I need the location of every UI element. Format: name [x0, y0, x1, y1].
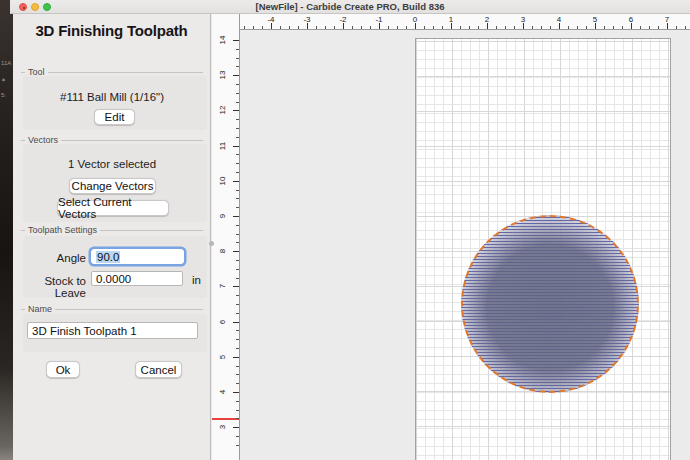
cancel-button[interactable]: Cancel	[135, 361, 182, 378]
v-ruler-tick	[233, 75, 239, 76]
h-ruler-tick	[433, 26, 434, 29]
v-ruler-tick	[236, 225, 239, 226]
h-ruler-tick	[622, 26, 623, 29]
h-ruler-tick	[505, 26, 506, 29]
h-ruler-tick	[568, 26, 569, 29]
h-ruler-tick	[649, 26, 650, 29]
v-ruler-tick	[236, 278, 239, 279]
h-ruler-tick	[415, 23, 416, 29]
v-ruler-tick	[236, 172, 239, 173]
v-ruler-label: 4	[215, 385, 229, 399]
h-ruler-tick	[604, 26, 605, 29]
v-ruler-tick	[233, 40, 239, 41]
close-button[interactable]	[19, 3, 27, 11]
h-ruler-tick	[397, 26, 398, 29]
scrollbar-dot[interactable]	[209, 241, 214, 246]
ok-button[interactable]: Ok	[46, 361, 80, 378]
v-ruler-tick	[233, 322, 239, 323]
h-ruler-tick	[631, 23, 632, 29]
h-ruler-tick	[316, 26, 317, 29]
v-ruler-tick	[233, 392, 239, 393]
toolpath-name-input[interactable]	[27, 322, 198, 339]
h-ruler-tick	[667, 23, 668, 29]
h-ruler-tick	[685, 26, 686, 29]
v-ruler-tick	[236, 436, 239, 437]
toolpath-preview-circle[interactable]	[461, 215, 639, 393]
v-ruler-tick	[233, 357, 239, 358]
angle-label: Angle	[18, 252, 86, 264]
gear-icon: ✶	[1, 76, 6, 83]
v-ruler-tick	[233, 146, 239, 147]
h-ruler-tick	[424, 26, 425, 29]
stock-unit-label: in	[192, 274, 201, 286]
h-ruler-tick	[586, 26, 587, 29]
name-group-header: Name	[21, 304, 203, 314]
select-current-vectors-button[interactable]: Select Current Vectors	[57, 200, 169, 216]
v-ruler-tick	[236, 66, 239, 67]
v-ruler-tick	[236, 84, 239, 85]
h-ruler-tick	[334, 26, 335, 29]
tool-name: #111 Ball Mill (1/16")	[13, 91, 211, 103]
v-ruler-tick	[236, 410, 239, 411]
edit-tool-button[interactable]: Edit	[94, 109, 135, 125]
v-ruler-tick	[236, 137, 239, 138]
vectors-status: 1 Vector selected	[13, 158, 211, 170]
h-ruler-tick	[388, 26, 389, 29]
h-ruler-tick	[325, 26, 326, 29]
angle-input[interactable]: 90.0	[91, 249, 184, 264]
v-ruler-tick	[236, 401, 239, 402]
h-ruler-tick	[640, 26, 641, 29]
h-ruler-tick	[361, 26, 362, 29]
h-ruler-tick	[676, 26, 677, 29]
h-ruler-tick	[532, 26, 533, 29]
v-ruler-tick	[233, 110, 239, 111]
v-ruler-tick	[236, 128, 239, 129]
h-ruler-tick	[298, 26, 299, 29]
v-ruler-tick	[236, 58, 239, 59]
h-ruler-tick	[307, 23, 308, 29]
v-ruler-tick	[236, 207, 239, 208]
desktop-fragment: 11A	[1, 60, 11, 66]
minimize-button[interactable]	[31, 3, 39, 11]
v-ruler-label: 11	[215, 139, 229, 153]
toolpath-dialog-panel: 3D Finishing Toolpath Tool #111 Ball Mil…	[13, 14, 211, 460]
v-ruler-tick	[236, 242, 239, 243]
h-ruler-tick	[442, 26, 443, 29]
v-ruler-tick	[236, 383, 239, 384]
h-ruler-tick	[469, 26, 470, 29]
v-ruler-tick	[236, 190, 239, 191]
h-ruler-tick	[370, 26, 371, 29]
h-ruler-tick	[595, 23, 596, 29]
desktop-fragment: 5:	[1, 92, 6, 98]
v-ruler-label: 10	[215, 174, 229, 188]
h-ruler-tick	[550, 26, 551, 29]
h-ruler-tick	[280, 26, 281, 29]
v-ruler-tick	[236, 418, 239, 419]
v-ruler-tick	[236, 313, 239, 314]
h-ruler-tick	[262, 26, 263, 29]
h-ruler-tick	[577, 26, 578, 29]
h-ruler-tick	[613, 26, 614, 29]
v-ruler-tick	[236, 445, 239, 446]
change-vectors-button[interactable]: Change Vectors	[69, 178, 156, 194]
h-ruler-tick	[271, 23, 272, 29]
v-ruler-tick	[236, 119, 239, 120]
v-ruler-label: 14	[215, 33, 229, 47]
window-titlebar[interactable]: [NewFile] - Carbide Create PRO, Build 83…	[10, 0, 690, 14]
zoom-button[interactable]	[43, 3, 51, 11]
h-ruler-tick	[514, 26, 515, 29]
v-ruler-tick	[233, 427, 239, 428]
v-ruler-tick	[236, 374, 239, 375]
v-ruler-tick	[233, 216, 239, 217]
v-ruler-tick	[236, 339, 239, 340]
v-ruler-tick	[236, 366, 239, 367]
v-ruler-tick	[236, 295, 239, 296]
v-ruler-label: 3	[215, 420, 229, 434]
v-ruler-label: 13	[215, 68, 229, 82]
stock-to-leave-input[interactable]	[91, 271, 183, 286]
h-ruler-tick	[658, 26, 659, 29]
v-ruler-label: 12	[215, 103, 229, 117]
page-title: 3D Finishing Toolpath	[13, 22, 210, 39]
h-ruler-tick	[496, 26, 497, 29]
toolpath-settings-label: Toolpath Settings	[25, 225, 100, 235]
